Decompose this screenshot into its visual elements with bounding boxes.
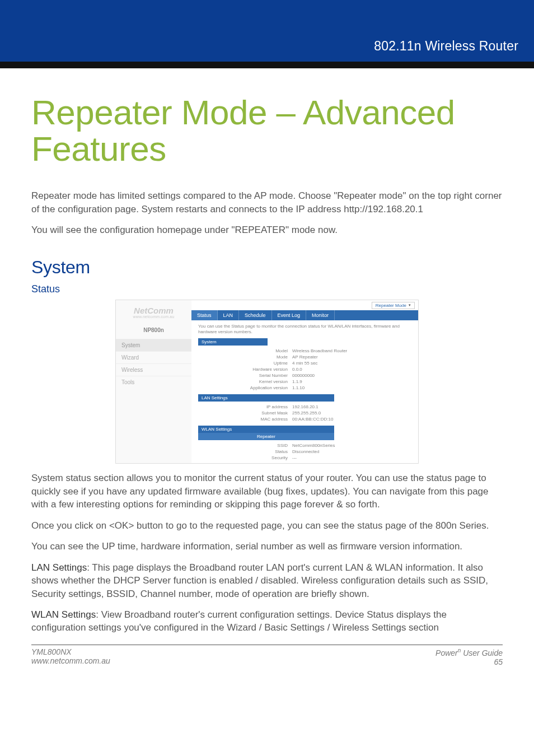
product-line: 802.11n Wireless Router xyxy=(374,39,518,54)
k: Kernel version xyxy=(198,379,292,384)
k: Model xyxy=(198,348,292,353)
table-row: Subnet Mask255.255.255.0 xyxy=(198,410,411,416)
chevron-down-icon: ▾ xyxy=(409,303,411,307)
intro-paragraph-2: You will see the configuration homepage … xyxy=(31,223,503,236)
content: Repeater Mode – Advanced Features Repeat… xyxy=(0,68,534,683)
table-row: Security--- xyxy=(198,455,411,461)
k: Subnet Mask xyxy=(198,410,292,416)
v: Wireless Broadband Router xyxy=(292,348,411,353)
router-main: Repeater Mode ▾ Status LAN Schedule Even… xyxy=(191,300,418,464)
table-row: SSIDNetComm800nSeries xyxy=(198,442,411,449)
k: IP address xyxy=(198,404,292,409)
footer-brand: Power xyxy=(435,648,458,657)
nav-tools[interactable]: Tools xyxy=(116,376,191,388)
table-row: MAC address00:AA:BB:CC:DD:10 xyxy=(198,416,411,422)
page: 802.11n Wireless Router Repeater Mode – … xyxy=(0,0,534,683)
footer-rest: User Guide xyxy=(461,648,503,657)
mode-dropdown-label: Repeater Mode xyxy=(376,303,406,308)
footer-rule xyxy=(31,645,503,645)
wlan-settings-label: WLAN Settings xyxy=(31,609,96,620)
body-paragraph-3: You can see the UP time, hardware inform… xyxy=(31,540,503,553)
k: Uptime xyxy=(198,361,292,366)
wlan-section-bar: WLAN Settings xyxy=(198,426,334,433)
table-row: Uptime4 min 55 sec xyxy=(198,360,411,366)
k: Serial Number xyxy=(198,373,292,378)
v: 192.168.20.1 xyxy=(292,404,411,409)
footer-doc-code: YML800NX xyxy=(31,647,110,656)
lan-section-bar: LAN Settings xyxy=(198,394,334,402)
section-subheading-status: Status xyxy=(31,283,503,295)
v: AP Repeater xyxy=(292,354,411,360)
intro-paragraph-1: Repeater mode has limited settings compa… xyxy=(31,189,503,216)
router-sidebar: NetComm www.netcomm.com.au NP800n System… xyxy=(116,300,191,464)
mode-dropdown[interactable]: Repeater Mode ▾ xyxy=(372,302,415,309)
tabs: Status LAN Schedule Event Log Monitor xyxy=(191,310,418,320)
v: 1.1.9 xyxy=(292,379,411,384)
v: 0.0.0 xyxy=(292,367,411,372)
footer: YML800NX www.netcomm.com.au Powern User … xyxy=(31,647,503,678)
tab-status[interactable]: Status xyxy=(191,310,218,320)
lan-settings-text: : This page displays the Broadband route… xyxy=(31,562,488,599)
nav-wizard[interactable]: Wizard xyxy=(116,351,191,363)
system-section-bar: System xyxy=(198,338,268,346)
header-banner: 802.11n Wireless Router xyxy=(0,0,534,62)
v: 4 min 55 sec xyxy=(292,361,411,366)
dark-strip xyxy=(0,62,534,68)
k: Status xyxy=(198,449,292,454)
system-kv-block: ModelWireless Broadband Router ModeAP Re… xyxy=(191,346,418,393)
k: Security xyxy=(198,455,292,460)
v: 1.1.10 xyxy=(292,385,411,390)
table-row: Hardware version0.0.0 xyxy=(198,366,411,372)
mode-row: Repeater Mode ▾ xyxy=(191,300,418,310)
router-ui-top: NetComm www.netcomm.com.au NP800n System… xyxy=(116,300,418,464)
wlan-sub-bar: Repeater xyxy=(198,433,334,440)
body-paragraph-1: System status section allows you to moni… xyxy=(31,472,503,511)
tab-lan[interactable]: LAN xyxy=(218,310,240,320)
table-row: ModeAP Repeater xyxy=(198,354,411,360)
v: 00:AA:BB:CC:DD:10 xyxy=(292,417,411,422)
section-heading-system: System xyxy=(31,257,503,278)
footer-left: YML800NX www.netcomm.com.au xyxy=(31,647,110,666)
lan-settings-label: LAN Settings xyxy=(31,562,87,573)
footer-url: www.netcomm.com.au xyxy=(31,656,110,665)
lan-settings-paragraph: LAN Settings: This page displays the Bro… xyxy=(31,561,503,600)
table-row: Application version1.1.10 xyxy=(198,385,411,391)
brand-logo: NetComm www.netcomm.com.au xyxy=(116,300,191,325)
brand-url: www.netcomm.com.au xyxy=(133,315,174,319)
table-row: IP address192.168.20.1 xyxy=(198,404,411,410)
nav-wireless[interactable]: Wireless xyxy=(116,363,191,376)
page-title: Repeater Mode – Advanced Features xyxy=(31,94,503,167)
brand-name: NetComm xyxy=(134,306,174,315)
k: Mode xyxy=(198,354,292,360)
table-row: Serial Number000000000 xyxy=(198,372,411,379)
wlan-kv-block: SSIDNetComm800nSeries StatusDisconnected… xyxy=(191,440,418,463)
status-hint: You can use the Status page to monitor t… xyxy=(191,320,418,338)
tab-schedule[interactable]: Schedule xyxy=(239,310,272,320)
v: 000000000 xyxy=(292,373,411,378)
wlan-settings-paragraph: WLAN Settings: View Broadband router's c… xyxy=(31,608,503,634)
body-paragraph-2: Once you click on <OK> button to go to t… xyxy=(31,519,503,532)
k: Application version xyxy=(198,385,292,390)
lan-kv-block: IP address192.168.20.1 Subnet Mask255.25… xyxy=(191,402,418,424)
table-row: ModelWireless Broadband Router xyxy=(198,348,411,354)
tab-event-log[interactable]: Event Log xyxy=(272,310,307,320)
model-label: NP800n xyxy=(116,325,191,339)
nav-system[interactable]: System xyxy=(116,339,191,351)
footer-guide-title: Powern User Guide xyxy=(435,647,503,657)
v: Disconnected xyxy=(292,449,411,454)
page-number: 65 xyxy=(435,657,503,666)
table-row: StatusDisconnected xyxy=(198,449,411,455)
k: SSID xyxy=(198,443,292,448)
footer-right: Powern User Guide 65 xyxy=(435,647,503,666)
table-row: Kernel version1.1.9 xyxy=(198,379,411,385)
k: Hardware version xyxy=(198,367,292,372)
tab-monitor[interactable]: Monitor xyxy=(306,310,335,320)
v: --- xyxy=(292,455,411,460)
v: NetComm800nSeries xyxy=(292,443,411,448)
v: 255.255.255.0 xyxy=(292,410,411,416)
router-ui-screenshot: NetComm www.netcomm.com.au NP800n System… xyxy=(115,300,419,464)
k: MAC address xyxy=(198,417,292,422)
